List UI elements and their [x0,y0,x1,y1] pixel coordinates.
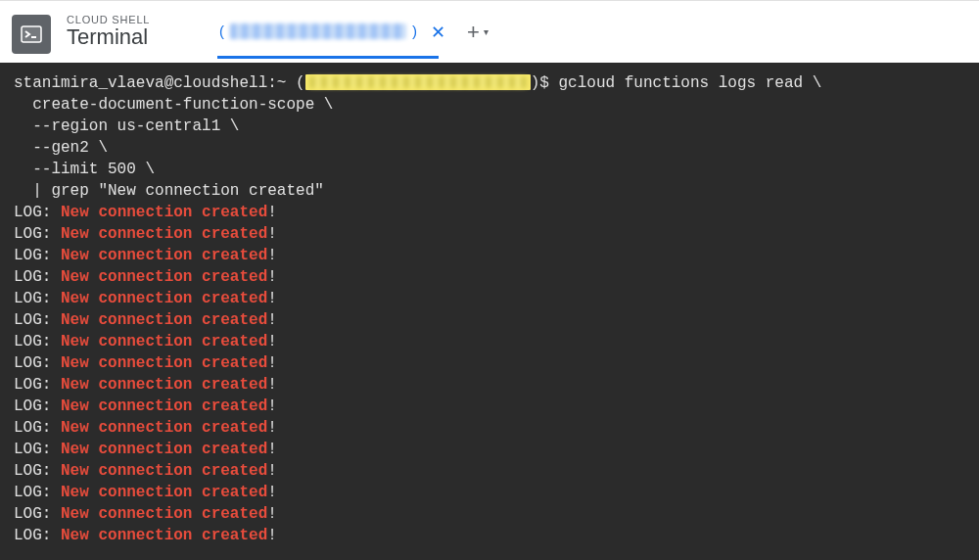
paren-open: ( [296,74,305,92]
log-bang: ! [267,419,277,437]
log-bang: ! [267,290,277,307]
command-continuation: | grep "New connection created" [14,180,965,202]
log-message: New connection created [61,441,267,458]
log-message: New connection created [61,376,267,394]
log-message: New connection created [61,354,267,372]
log-message: New connection created [61,505,267,523]
log-bang: ! [267,462,277,480]
log-bang: ! [267,311,277,329]
add-tab-button[interactable]: + ▾ [467,20,489,45]
log-line: LOG: New connection created! [14,374,965,396]
tab-paren-close: ) [412,23,417,39]
prompt-sep: : [267,74,277,92]
log-line: LOG: New connection created! [14,525,965,546]
tab-paren-open: ( [219,23,224,39]
command-text: --gen2 \ [14,139,108,157]
cloud-shell-header: CLOUD SHELL Terminal ( ) ✕ + ▾ [0,0,979,63]
log-line: LOG: New connection created! [14,396,965,417]
log-bang: ! [267,484,277,501]
terminal-tabs: ( ) ✕ + ▾ [215,1,489,63]
log-line: LOG: New connection created! [14,245,965,266]
log-bang: ! [267,247,277,264]
prompt-dollar: $ [539,74,549,92]
log-prefix: LOG: [14,333,61,350]
terminal-output[interactable]: stanimira_vlaeva@cloudshell:~ ()$ gcloud… [0,63,979,560]
log-bang: ! [267,505,277,523]
log-bang: ! [267,376,277,394]
log-prefix: LOG: [14,204,61,221]
log-line: LOG: New connection created! [14,352,965,374]
svg-rect-0 [22,26,41,42]
log-prefix: LOG: [14,268,61,286]
command-continuation: --limit 500 \ [14,159,965,180]
log-message: New connection created [61,247,267,264]
log-line: LOG: New connection created! [14,417,965,439]
log-line: LOG: New connection created! [14,503,965,525]
command-continuation: create-document-function-scope \ [14,94,965,116]
page-title: Terminal [67,25,204,49]
log-message: New connection created [61,419,267,437]
command-text: --region us-central1 \ [14,117,239,135]
log-prefix: LOG: [14,505,61,523]
plus-icon: + [467,20,480,45]
project-id-redacted [305,74,531,90]
log-message: New connection created [61,290,267,307]
log-bang: ! [267,204,277,221]
log-message: New connection created [61,225,267,243]
log-prefix: LOG: [14,419,61,437]
log-message: New connection created [61,462,267,480]
log-line: LOG: New connection created! [14,223,965,245]
cloud-shell-icon [12,15,51,54]
prompt-line: stanimira_vlaeva@cloudshell:~ ()$ gcloud… [14,72,965,94]
log-line: LOG: New connection created! [14,331,965,352]
log-message: New connection created [61,527,267,544]
log-prefix: LOG: [14,290,61,307]
log-line: LOG: New connection created! [14,439,965,460]
log-line: LOG: New connection created! [14,288,965,309]
command-text: create-document-function-scope \ [14,96,333,114]
log-prefix: LOG: [14,441,61,458]
log-message: New connection created [61,484,267,501]
log-line: LOG: New connection created! [14,460,965,482]
chevron-down-icon: ▾ [484,26,489,37]
log-prefix: LOG: [14,354,61,372]
log-prefix: LOG: [14,397,61,415]
log-bang: ! [267,527,277,544]
paren-close: ) [531,74,540,92]
log-message: New connection created [61,204,267,221]
command-text: | grep "New connection created" [14,182,324,200]
log-prefix: LOG: [14,225,61,243]
command-continuation: --gen2 \ [14,137,965,159]
tab-label-redacted [230,23,406,39]
prompt-user: stanimira_vlaeva@cloudshell [14,74,267,92]
log-bang: ! [267,397,277,415]
log-line: LOG: New connection created! [14,482,965,503]
log-message: New connection created [61,268,267,286]
terminal-tab-active[interactable]: ( ) ✕ [215,1,453,63]
title-block: CLOUD SHELL Terminal [67,14,204,49]
log-prefix: LOG: [14,376,61,394]
command-text: --limit 500 \ [14,161,155,178]
log-bang: ! [267,333,277,350]
log-prefix: LOG: [14,527,61,544]
log-message: New connection created [61,311,267,329]
log-line: LOG: New connection created! [14,266,965,288]
close-icon[interactable]: ✕ [427,20,449,45]
log-bang: ! [267,225,277,243]
log-message: New connection created [61,397,267,415]
log-prefix: LOG: [14,311,61,329]
log-bang: ! [267,268,277,286]
log-message: New connection created [61,333,267,350]
log-line: LOG: New connection created! [14,309,965,331]
command-text: gcloud functions logs read \ [549,74,821,92]
tab-active-underline [217,56,439,59]
log-bang: ! [267,441,277,458]
log-bang: ! [267,354,277,372]
log-line: LOG: New connection created! [14,202,965,223]
command-continuation: --region us-central1 \ [14,116,965,137]
log-prefix: LOG: [14,247,61,264]
log-prefix: LOG: [14,462,61,480]
log-prefix: LOG: [14,484,61,501]
